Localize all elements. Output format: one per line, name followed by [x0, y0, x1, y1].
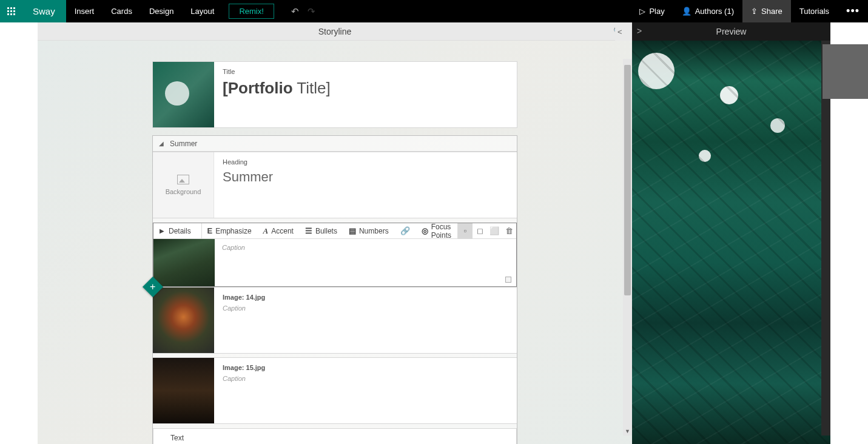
picture-icon	[177, 175, 189, 184]
bullets-button[interactable]: ☰Bullets	[300, 223, 343, 238]
image-thumbnail-3[interactable]	[153, 358, 214, 423]
menu-layout[interactable]: Layout	[182, 0, 223, 22]
undo-redo-group: ↶ ↷	[286, 6, 320, 17]
size-small-icon: ▫	[464, 226, 467, 235]
scroll-down-arrow[interactable]: ▼	[623, 427, 632, 436]
size-medium-icon: ◻	[477, 226, 483, 235]
emphasize-button[interactable]: EEmphasize	[202, 223, 258, 238]
preview-scrollbar-thumb[interactable]	[823, 44, 868, 99]
preview-scrollbar[interactable]	[821, 41, 830, 436]
menu-design[interactable]: Design	[141, 0, 182, 22]
numbers-button[interactable]: ▤Numbers	[343, 223, 395, 238]
background-label: Background	[166, 188, 201, 195]
share-label: Share	[761, 7, 782, 16]
chevron-right-icon: ▶	[160, 227, 164, 234]
menu-cards[interactable]: Cards	[103, 0, 141, 22]
image-card-14[interactable]: Image: 14.jpg Caption	[153, 287, 517, 354]
size-large-button[interactable]: ⬜	[487, 223, 502, 239]
expand-preview-button[interactable]: >	[637, 26, 642, 36]
details-toggle[interactable]: ▶ Details	[153, 223, 202, 238]
heading-card[interactable]: Background Heading Summer	[153, 152, 517, 218]
workspace: Storyline 🔍 Title [Portfolio Title]	[0, 22, 868, 444]
left-gutter	[0, 22, 38, 444]
image-card-label: Image: 15.jpg	[223, 364, 508, 371]
preview-content[interactable]	[632, 41, 830, 444]
storyline-scrollbar[interactable]: ▼	[623, 59, 632, 436]
formatting-toolbar: EEmphasize AAccent ☰Bullets ▤Numbers 🔗 ◎…	[202, 223, 516, 238]
text-card[interactable]: Text	[153, 428, 517, 444]
authors-button[interactable]: 👤 Authors (1)	[673, 0, 742, 22]
accent-button[interactable]: AAccent	[258, 223, 300, 238]
section-name: Summer	[170, 140, 197, 148]
collapse-left-button[interactable]: <	[615, 27, 625, 36]
cards-scroll-area[interactable]: Title [Portfolio Title] ◢ Summer	[38, 41, 632, 444]
preview-header: > Preview	[632, 22, 830, 41]
collapse-icon: ◢	[159, 140, 164, 147]
scrollbar-thumb[interactable]	[624, 65, 631, 295]
size-medium-button[interactable]: ◻	[473, 223, 487, 239]
top-bar: Sway Insert Cards Design Layout Remix! ↶…	[0, 0, 868, 22]
image-thumbnail-2[interactable]	[153, 288, 214, 353]
trash-icon: 🗑	[505, 226, 513, 235]
caption-input[interactable]: Caption	[222, 244, 509, 251]
size-small-button[interactable]: ▫	[458, 223, 473, 239]
app-name: Sway	[22, 0, 66, 22]
person-icon: 👤	[682, 7, 691, 16]
menu-insert[interactable]: Insert	[66, 0, 103, 22]
storyline-header: Storyline 🔍	[38, 22, 632, 41]
delete-button[interactable]: 🗑	[502, 223, 516, 239]
numbers-icon: ▤	[349, 226, 356, 235]
pane-divider-handles: <	[615, 22, 632, 41]
image-card-label: Image: 14.jpg	[223, 294, 508, 301]
caption-input[interactable]: Caption	[223, 304, 508, 312]
title-card-label: Title	[223, 68, 508, 75]
focus-icon: ◎	[422, 226, 428, 235]
redo-button: ↷	[308, 6, 315, 17]
app-launcher-button[interactable]	[0, 0, 22, 22]
image-thumbnail-1[interactable]	[153, 239, 215, 286]
plus-icon: +	[150, 281, 155, 292]
preview-title: Preview	[716, 27, 747, 36]
card-toolbar-row: ▶ Details EEmphasize AAccent ☰Bullets ▤N…	[153, 223, 516, 239]
share-button[interactable]: ⇪ Share	[742, 0, 791, 22]
undo-button[interactable]: ↶	[291, 6, 299, 17]
top-right-menu: ▷ Play 👤 Authors (1) ⇪ Share Tutorials •…	[631, 0, 868, 22]
selected-image-card[interactable]: ▶ Details EEmphasize AAccent ☰Bullets ▤N…	[153, 223, 517, 287]
storyline-body: Title [Portfolio Title] ◢ Summer	[38, 41, 632, 444]
text-card-label: Text	[170, 434, 184, 442]
storyline-title: Storyline	[318, 27, 351, 36]
share-icon: ⇪	[751, 7, 758, 16]
size-large-icon: ⬜	[490, 226, 499, 235]
accent-icon: A	[263, 226, 269, 236]
title-card[interactable]: Title [Portfolio Title]	[152, 61, 517, 128]
authors-label: Authors (1)	[695, 7, 734, 16]
heading-input[interactable]: Summer	[223, 169, 508, 185]
focus-points-button[interactable]: ◎Focus Points	[416, 223, 457, 238]
more-button[interactable]: •••	[838, 0, 868, 22]
section-header[interactable]: ◢ Summer	[153, 136, 517, 152]
preview-pane: > Preview	[632, 22, 830, 444]
section-summer: ◢ Summer Background Heading Summer	[152, 135, 517, 444]
ellipsis-icon: •••	[846, 5, 860, 18]
waffle-icon	[7, 7, 15, 15]
title-input[interactable]: [Portfolio Title]	[223, 79, 508, 98]
image-card-15[interactable]: Image: 15.jpg Caption	[153, 357, 517, 424]
resize-handle[interactable]	[505, 277, 511, 283]
background-thumbnail[interactable]: Background	[153, 152, 214, 218]
play-label: Play	[649, 7, 664, 16]
link-icon: 🔗	[400, 226, 410, 235]
emphasize-icon: E	[207, 226, 213, 235]
play-icon: ▷	[639, 7, 645, 16]
details-label: Details	[169, 227, 191, 235]
bullets-icon: ☰	[305, 226, 312, 235]
title-thumbnail[interactable]	[153, 62, 214, 127]
remix-button[interactable]: Remix!	[229, 4, 274, 19]
play-button[interactable]: ▷ Play	[631, 0, 673, 22]
storyline-pane: Storyline 🔍 Title [Portfolio Title]	[38, 22, 632, 444]
tutorials-button[interactable]: Tutorials	[791, 0, 838, 22]
caption-input[interactable]: Caption	[223, 375, 508, 382]
link-button[interactable]: 🔗	[395, 223, 416, 238]
heading-card-label: Heading	[223, 158, 508, 166]
